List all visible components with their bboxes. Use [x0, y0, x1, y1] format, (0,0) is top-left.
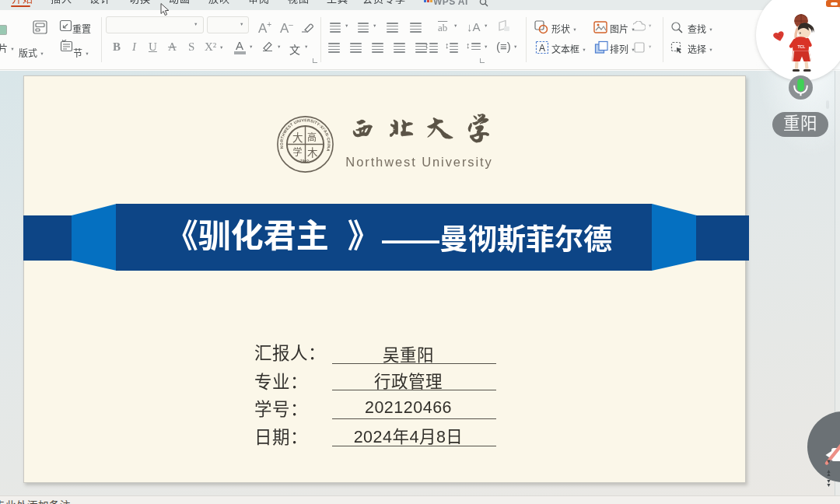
svg-text:A: A [539, 43, 545, 54]
svg-text:木: 木 [307, 144, 318, 159]
svg-text:高: 高 [307, 130, 317, 143]
svg-text:TCL: TCL [798, 44, 806, 49]
svg-text:大: 大 [292, 129, 303, 145]
svg-text:学: 学 [293, 145, 303, 158]
